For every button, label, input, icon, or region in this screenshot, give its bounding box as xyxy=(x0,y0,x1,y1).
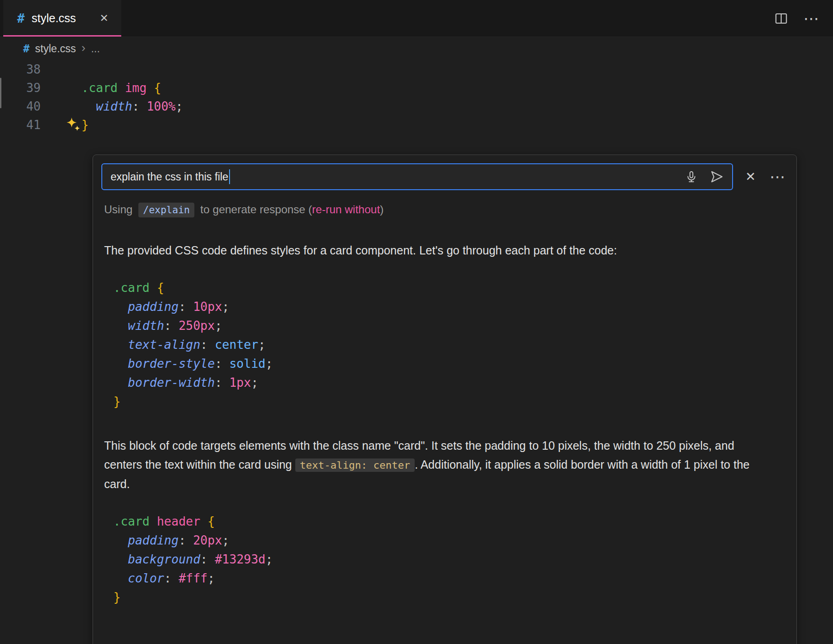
status-text: Using xyxy=(104,203,136,216)
editor-line[interactable]: 41} xyxy=(0,116,833,134)
code-token xyxy=(118,81,125,95)
code-token: ; xyxy=(258,338,266,352)
code-token: ; xyxy=(222,533,230,547)
code-line: } xyxy=(113,588,788,607)
code-token: center xyxy=(215,338,258,352)
code-token: ; xyxy=(208,571,215,585)
copilot-sparkle-icon[interactable] xyxy=(64,117,82,139)
code-token: ; xyxy=(251,376,258,390)
editor-tab-bar: # style.css ✕ ⋯ xyxy=(0,0,833,37)
code-token xyxy=(113,357,128,371)
code-token xyxy=(113,552,128,566)
code-token: : xyxy=(179,533,193,547)
slash-command-chip: /explain xyxy=(138,203,194,217)
code-token: .card xyxy=(113,281,149,295)
code-token: 250px xyxy=(179,319,215,333)
tab-label: style.css xyxy=(31,12,76,25)
code-text: width: 100%; xyxy=(81,97,183,116)
code-line: } xyxy=(113,392,788,411)
code-token: #13293d xyxy=(215,552,266,566)
rerun-without-link[interactable]: re-run without xyxy=(312,203,380,216)
code-line: padding: 20px; xyxy=(113,531,788,550)
code-line: background: #13293d; xyxy=(113,550,788,569)
tab-style-css[interactable]: # style.css ✕ xyxy=(3,0,121,37)
code-token: ; xyxy=(222,300,230,314)
code-token xyxy=(113,533,128,547)
text-cursor xyxy=(229,169,230,184)
code-text: .card img { xyxy=(81,79,161,97)
response-code-block: .card { padding: 10px; width: 250px; tex… xyxy=(113,279,788,411)
code-token: : xyxy=(200,552,215,566)
breadcrumb[interactable]: # style.css › ... xyxy=(0,37,833,60)
code-text: } xyxy=(81,116,89,134)
chat-input[interactable]: explain the css in this file xyxy=(101,163,733,190)
response-paragraph: This block of code targets elements with… xyxy=(104,436,752,494)
breadcrumb-symbol-more[interactable]: ... xyxy=(91,43,100,55)
tab-close-icon[interactable]: ✕ xyxy=(99,12,108,25)
code-token: : xyxy=(179,300,193,314)
code-token: .card xyxy=(113,514,149,528)
editor-line[interactable]: 39.card img { xyxy=(0,79,833,97)
code-line: padding: 10px; xyxy=(113,297,788,316)
breadcrumb-file[interactable]: style.css xyxy=(35,43,76,55)
code-line: border-width: 1px; xyxy=(113,373,788,392)
tab-bar-actions: ⋯ xyxy=(774,0,833,37)
code-token: : xyxy=(132,99,147,113)
code-token: { xyxy=(208,514,215,528)
code-line: .card { xyxy=(113,279,788,297)
code-token xyxy=(149,281,157,295)
response-paragraph: The provided CSS code defines styles for… xyxy=(104,241,752,260)
code-token: border-style xyxy=(128,357,215,371)
code-token xyxy=(113,571,128,585)
chat-input-row: explain the css in this file xyxy=(101,163,788,190)
editor-line[interactable]: 40 width: 100%; xyxy=(0,97,833,116)
code-token: border-width xyxy=(128,376,215,390)
code-token xyxy=(113,376,128,390)
code-token: } xyxy=(81,118,89,132)
code-token: ; xyxy=(215,319,222,333)
code-token: 10px xyxy=(193,300,222,314)
code-token xyxy=(113,300,128,314)
send-icon[interactable] xyxy=(710,170,724,184)
line-number: 39 xyxy=(0,79,41,97)
code-token: text-align xyxy=(128,338,200,352)
microphone-icon[interactable] xyxy=(685,170,698,183)
editor-more-actions-icon[interactable]: ⋯ xyxy=(803,11,820,26)
code-token: #fff xyxy=(179,571,208,585)
code-token: : xyxy=(215,357,229,371)
code-token xyxy=(113,319,128,333)
code-token xyxy=(149,514,157,528)
code-token: 100% xyxy=(147,99,176,113)
code-token xyxy=(113,338,128,352)
chat-status-line: Using /explain to generate response (re-… xyxy=(104,203,788,216)
editor-line[interactable]: 38 xyxy=(0,60,833,79)
code-token: { xyxy=(154,81,162,95)
line-number: 40 xyxy=(0,97,41,116)
code-token: background xyxy=(128,552,200,566)
code-line: text-align: center; xyxy=(113,335,788,354)
code-token: header xyxy=(157,514,200,528)
response-code-block: .card header { padding: 20px; background… xyxy=(113,512,788,607)
code-token: : xyxy=(215,376,229,390)
chat-more-icon[interactable]: ⋯ xyxy=(770,169,786,185)
code-token xyxy=(200,514,208,528)
code-token: width xyxy=(96,99,132,113)
code-token: padding xyxy=(128,300,179,314)
line-number: 41 xyxy=(0,116,41,134)
chat-close-icon[interactable]: ✕ xyxy=(745,169,756,184)
code-token xyxy=(81,99,96,113)
code-token: ; xyxy=(266,357,273,371)
code-token: .card xyxy=(81,81,118,95)
editor-area[interactable]: 3839.card img {40 width: 100%;41} explai… xyxy=(0,60,833,644)
line-number: 38 xyxy=(0,60,41,79)
code-token: : xyxy=(164,319,179,333)
code-token: } xyxy=(113,395,121,409)
code-line: width: 250px; xyxy=(113,316,788,335)
status-text: ) xyxy=(380,203,384,216)
code-token: padding xyxy=(128,533,179,547)
split-editor-icon[interactable] xyxy=(774,11,789,26)
code-token: ; xyxy=(176,99,183,113)
code-token: img xyxy=(125,81,147,95)
vscode-window: # style.css ✕ ⋯ # style.css › ... 3839.c… xyxy=(0,0,833,644)
css-file-icon: # xyxy=(23,43,30,55)
